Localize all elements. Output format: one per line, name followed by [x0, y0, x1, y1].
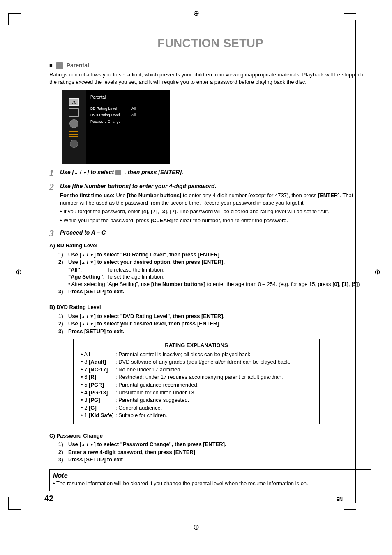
osd-screenshot: A Parental BD Rating Level All DVD Ratin… — [62, 90, 170, 164]
list-item: Use [▲ / ▼] to select "DVD Rating Level"… — [68, 313, 371, 320]
list-item: Press [SETUP] to exit. — [68, 288, 371, 295]
list-item: Use [▲ / ▼] to select your desired optio… — [68, 258, 371, 266]
osd-sidebar: A — [62, 90, 86, 164]
crop-mark-icon — [344, 13, 356, 14]
subsection-a-heading: A) BD Rating Level — [49, 242, 371, 249]
list-item: Enter a new 4-digit password, then press… — [68, 449, 371, 456]
step-1: 1 Use [▲ / ▼] to select , then press [EN… — [49, 168, 371, 177]
section-heading: ■ Parental — [49, 62, 371, 69]
manual-page: ⊕ ⊕ ⊕ ⊕ FUNCTION SETUP ■ Parental Rating… — [0, 0, 392, 555]
subsection-b-list: 1) Use [▲ / ▼] to select "DVD Rating Lev… — [58, 313, 371, 335]
rating-row: • 8 [Adult]: DVD software of any grades … — [81, 358, 312, 366]
crop-mark-icon — [8, 497, 21, 510]
osd-sidebar-icon — [69, 131, 78, 137]
up-triangle-icon: ▲ — [81, 253, 85, 257]
rating-row: • 4 [PG-13]: Unsuitable for children und… — [81, 389, 312, 396]
osd-label: BD Rating Level — [90, 106, 131, 111]
option-row: "All": To release the limitation. — [68, 266, 371, 274]
rating-row: • 3 [PG]: Parental guidance suggested. — [81, 396, 312, 404]
up-triangle-icon: ▲ — [81, 260, 85, 265]
rating-desc: : DVD software of any grades (adult/gene… — [115, 358, 312, 366]
list-item: Press [SETUP] to exit. — [68, 456, 371, 463]
rating-row: • 7 [NC-17]: No one under 17 admitted. — [81, 366, 312, 373]
osd-sidebar-icon — [69, 108, 79, 117]
rating-desc: : Parental control is inactive; all disc… — [115, 351, 312, 358]
rating-row: • 5 [PGR]: Parental guidance recommended… — [81, 381, 312, 389]
down-triangle-icon: ▼ — [83, 170, 87, 175]
subsection-b-heading: B) DVD Rating Level — [49, 304, 371, 311]
step-number: 2 — [49, 182, 60, 224]
page-number: 42 — [44, 493, 53, 504]
step-text: For the first time use: Use [the Number … — [60, 192, 371, 206]
language-code: EN — [337, 496, 343, 502]
rating-name: • 4 [PG-13] — [81, 389, 115, 396]
rating-row: • 2 [G]: General audience. — [81, 404, 312, 412]
up-triangle-icon: ▲ — [81, 322, 85, 326]
subsection-c-list: 1) Use [▲ / ▼] to select "Password Chang… — [58, 441, 371, 463]
step-title: Proceed to A – C — [60, 229, 371, 237]
step-number: 1 — [49, 168, 60, 177]
rating-desc: : Restricted; under 17 requires accompan… — [115, 373, 312, 381]
osd-value: All — [131, 106, 136, 111]
rating-row: • 6 [R]: Restricted; under 17 requires a… — [81, 373, 312, 381]
rating-desc: : General audience. — [115, 404, 312, 412]
up-triangle-icon: ▲ — [81, 442, 85, 447]
age-note: • After selecting "Age Setting", use [th… — [68, 281, 371, 288]
rating-desc: : Unsuitable for children under 13. — [115, 389, 312, 396]
rating-row: • All: Parental control is inactive; all… — [81, 351, 312, 358]
rating-desc: : Suitable for children. — [115, 412, 312, 419]
rating-name: • All — [81, 351, 115, 358]
option-text: To release the limitation. — [107, 266, 164, 274]
parental-lock-icon — [115, 170, 121, 175]
subsection-a-list: 1) Use [▲ / ▼] to select "BD Rating Leve… — [58, 251, 371, 295]
osd-heading: Parental — [90, 93, 166, 105]
down-triangle-icon: ▼ — [90, 322, 94, 326]
osd-row: Password Change — [90, 118, 166, 125]
list-item: Press [SETUP] to exit. — [68, 328, 371, 335]
rating-desc: : Parental guidance recommended. — [115, 381, 312, 389]
step-title: Use [the Number buttons] to enter your 4… — [60, 182, 371, 190]
rating-name: • 3 [PG] — [81, 396, 115, 404]
list-item: Use [▲ / ▼] to select your desired level… — [68, 320, 371, 327]
crop-mark-icon — [8, 13, 21, 25]
rating-desc: : Parental guidance suggested. — [115, 396, 312, 404]
step-text: • While you input the password, press [C… — [60, 217, 371, 224]
down-triangle-icon: ▼ — [90, 260, 94, 265]
up-triangle-icon: ▲ — [81, 314, 85, 319]
up-triangle-icon: ▲ — [74, 170, 78, 175]
step-number: 3 — [49, 229, 60, 238]
osd-main: Parental BD Rating Level All DVD Rating … — [86, 90, 170, 164]
step-2: 2 Use [the Number buttons] to enter your… — [49, 182, 371, 224]
step-3: 3 Proceed to A – C — [49, 229, 371, 238]
step-text: • If you forget the password, enter [4],… — [60, 208, 371, 215]
osd-sidebar-icon: A — [69, 98, 79, 106]
osd-label: Password Change — [90, 119, 131, 124]
rating-explanations-box: RATING EXPLANATIONS • All: Parental cont… — [73, 339, 320, 424]
registration-mark-icon: ⊕ — [374, 267, 380, 277]
option-label: "All": — [68, 266, 107, 274]
osd-label: DVD Rating Level — [90, 113, 131, 117]
osd-row: BD Rating Level All — [90, 105, 166, 112]
registration-mark-icon: ⊕ — [193, 522, 199, 532]
down-triangle-icon: ▼ — [90, 442, 94, 447]
intro-text: Ratings control allows you to set a limi… — [49, 71, 371, 85]
page-title: FUNCTION SETUP — [49, 15, 371, 54]
note-text: • The resume information will be cleared… — [53, 480, 368, 487]
square-bullet-icon: ■ — [49, 62, 53, 69]
note-box: Note • The resume information will be cl… — [49, 469, 371, 491]
osd-sidebar-icon — [70, 140, 78, 148]
crop-mark-icon — [355, 20, 356, 503]
step-title: Use [▲ / ▼] to select , then press [ENTE… — [60, 168, 371, 176]
option-label: "Age Setting": — [68, 273, 107, 281]
crop-mark-icon — [344, 509, 356, 510]
section-heading-text: Parental — [67, 62, 89, 69]
parental-lock-icon — [56, 62, 63, 69]
rating-desc: : No one under 17 admitted. — [115, 366, 312, 373]
option-text: To set the age limitation. — [107, 273, 164, 281]
rating-title: RATING EXPLANATIONS — [81, 342, 312, 349]
rating-name: • 5 [PGR] — [81, 381, 115, 389]
list-item: Use [▲ / ▼] to select "BD Rating Level",… — [68, 251, 371, 258]
rating-name: • 1 [Kid Safe] — [81, 412, 115, 419]
registration-mark-icon: ⊕ — [193, 8, 199, 18]
rating-row: • 1 [Kid Safe]: Suitable for children. — [81, 412, 312, 419]
